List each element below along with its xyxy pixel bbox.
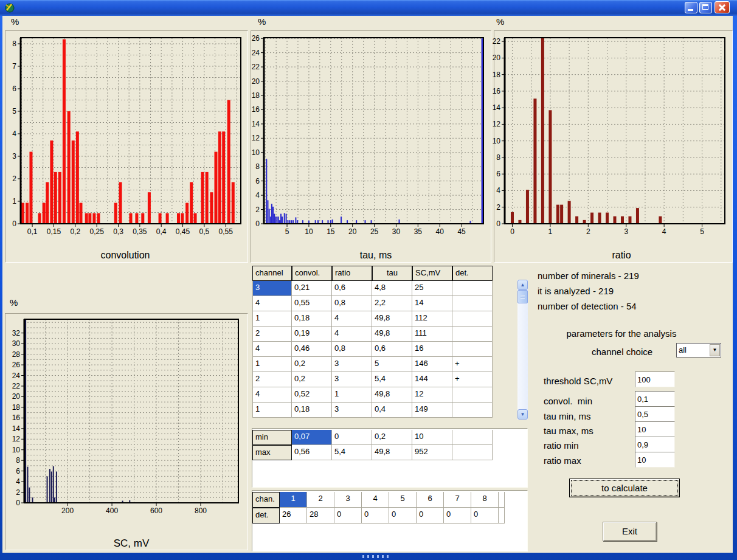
results-table-cell[interactable] <box>452 387 493 403</box>
channel-table-cell[interactable]: 0 <box>471 508 499 524</box>
results-table-cell[interactable]: 14 <box>412 296 452 311</box>
results-table-cell[interactable]: + <box>452 357 493 372</box>
results-table-cell[interactable] <box>452 311 493 327</box>
chevron-down-icon[interactable]: ▼ <box>710 344 720 356</box>
channel-table-cell[interactable]: 7 <box>444 492 471 508</box>
channel-table-cell[interactable]: 0 <box>417 508 444 524</box>
results-table-cell[interactable]: 0,6 <box>372 342 412 357</box>
exit-button[interactable]: Exit <box>603 522 657 541</box>
svg-text:18: 18 <box>252 91 260 100</box>
results-table-cell[interactable]: 112 <box>412 311 452 327</box>
results-table-cell[interactable]: 3 <box>332 357 372 372</box>
results-table-cell[interactable]: 4 <box>252 296 292 311</box>
results-table-cell[interactable]: 1 <box>252 311 292 327</box>
table-scrollbar[interactable]: ▲ ▼ <box>517 280 528 420</box>
results-table-cell[interactable]: 2 <box>252 327 292 342</box>
channel-table-cell[interactable]: 28 <box>307 508 334 524</box>
channel-table-cell[interactable]: 2 <box>307 492 334 508</box>
channel-choice-dropdown[interactable]: all ▼ <box>676 343 721 358</box>
tau-max-input[interactable] <box>635 421 675 437</box>
scroll-thumb[interactable] <box>517 290 528 303</box>
results-table-cell[interactable]: 0,4 <box>372 403 412 418</box>
results-table-cell[interactable]: 0,55 <box>292 296 332 311</box>
results-table-cell[interactable]: 0,52 <box>292 387 332 403</box>
results-table-cell[interactable]: 0,8 <box>332 296 372 311</box>
minmax-table-cell[interactable]: 0,56 <box>292 445 332 460</box>
results-table-cell[interactable]: 111 <box>412 327 452 342</box>
results-table-cell[interactable]: 4,8 <box>372 281 412 296</box>
channel-table-cell[interactable]: 0 <box>334 508 362 524</box>
results-table-cell[interactable]: 0,2 <box>292 357 332 372</box>
results-table-cell[interactable]: 1 <box>332 387 372 403</box>
results-table-cell[interactable] <box>452 342 493 357</box>
results-table-cell[interactable]: 0,6 <box>332 281 372 296</box>
results-table-cell[interactable]: 3 <box>332 403 372 418</box>
results-table-cell[interactable]: 3 <box>332 372 372 387</box>
results-table-cell[interactable]: 0,18 <box>292 403 332 418</box>
results-table-cell[interactable]: 149 <box>412 403 452 418</box>
scroll-up-icon[interactable]: ▲ <box>517 280 528 290</box>
results-table-cell[interactable]: 12 <box>412 387 452 403</box>
channel-table-cell[interactable]: 4 <box>362 492 389 508</box>
channel-table-cell[interactable]: 8 <box>471 492 499 508</box>
results-table-cell[interactable]: 0,8 <box>332 342 372 357</box>
results-table-cell[interactable]: 0,18 <box>292 311 332 327</box>
results-table-cell[interactable]: 0,19 <box>292 327 332 342</box>
results-table-cell[interactable]: 5,4 <box>372 372 412 387</box>
minmax-table-cell[interactable]: 0 <box>332 430 372 445</box>
results-table-cell[interactable]: 16 <box>412 342 452 357</box>
results-table-cell[interactable] <box>452 281 493 296</box>
results-table-cell[interactable]: 49,8 <box>372 387 412 403</box>
calculate-button[interactable]: to calculate <box>569 479 680 497</box>
results-table-cell[interactable]: 4 <box>252 342 292 357</box>
results-table-cell[interactable]: 2 <box>252 372 292 387</box>
channel-table-cell[interactable] <box>499 508 505 524</box>
results-table-cell[interactable]: 0,21 <box>292 281 332 296</box>
channel-table-cell[interactable]: 0 <box>444 508 471 524</box>
minmax-table-cell[interactable]: 952 <box>412 445 452 460</box>
minmax-table-cell[interactable]: 10 <box>412 430 452 445</box>
results-table-cell[interactable]: 0,2 <box>292 372 332 387</box>
results-table-cell[interactable]: 2,2 <box>372 296 412 311</box>
results-table-cell[interactable]: 4 <box>252 387 292 403</box>
results-table-cell[interactable]: 146 <box>412 357 452 372</box>
results-table-cell[interactable]: 144 <box>412 372 452 387</box>
channel-table-cell[interactable]: 1 <box>280 492 307 508</box>
results-table-cell[interactable]: 1 <box>252 357 292 372</box>
results-table-cell[interactable]: 25 <box>412 281 452 296</box>
minmax-table-cell[interactable] <box>452 445 493 460</box>
results-table-cell[interactable]: 4 <box>332 311 372 327</box>
scroll-down-icon[interactable]: ▼ <box>517 409 528 420</box>
results-table-cell[interactable]: 0,46 <box>292 342 332 357</box>
svg-text:30: 30 <box>12 339 21 348</box>
channel-table-cell[interactable]: 3 <box>334 492 362 508</box>
svg-text:8: 8 <box>16 456 20 465</box>
results-table-cell[interactable] <box>452 296 493 311</box>
results-table-cell[interactable] <box>452 403 493 418</box>
minmax-table-cell[interactable] <box>452 430 493 445</box>
results-table-cell[interactable] <box>452 327 493 342</box>
ratio-max-input[interactable] <box>635 452 675 468</box>
channel-table-cell[interactable]: 0 <box>389 508 417 524</box>
results-table-cell[interactable]: 49,8 <box>372 327 412 342</box>
minmax-table-cell[interactable]: 5,4 <box>332 445 372 460</box>
channel-table-cell[interactable]: 6 <box>417 492 444 508</box>
convol-min-input[interactable] <box>635 391 675 407</box>
tau-min-input[interactable] <box>635 406 675 422</box>
results-table-cell[interactable]: 1 <box>252 403 292 418</box>
results-table-cell[interactable]: 5 <box>372 357 412 372</box>
results-table-cell[interactable]: + <box>452 372 493 387</box>
tau-chart: 5101520253035404502468101214161820222426 <box>252 34 484 236</box>
channel-table-cell[interactable]: 26 <box>280 508 307 524</box>
minmax-table-cell[interactable]: 0,2 <box>372 430 412 445</box>
ratio-min-input[interactable] <box>635 437 675 452</box>
channel-table-cell[interactable]: 5 <box>389 492 417 508</box>
results-table-cell[interactable]: 4 <box>332 327 372 342</box>
results-table-cell[interactable]: 3 <box>252 281 292 296</box>
channel-table-cell[interactable]: 0 <box>362 508 389 524</box>
threshold-input[interactable] <box>635 372 675 387</box>
results-table-cell[interactable]: 49,8 <box>372 311 412 327</box>
minmax-table-cell[interactable]: 49,8 <box>372 445 412 460</box>
minmax-table-cell[interactable]: 0,07 <box>292 430 332 445</box>
channel-table-cell[interactable] <box>499 492 505 508</box>
